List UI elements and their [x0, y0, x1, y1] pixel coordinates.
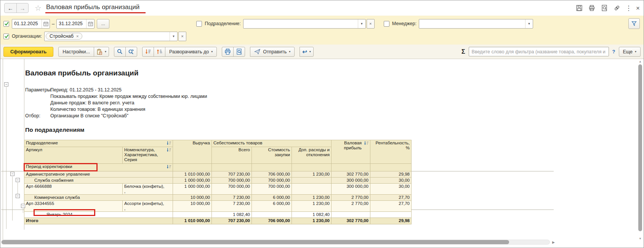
expand-to-button[interactable]: Разворачивать до ▾: [165, 47, 217, 57]
organizations-checkbox[interactable]: [3, 34, 9, 39]
filter-settings-button[interactable]: [628, 18, 640, 29]
cell-extra[interactable]: 1 082,40: [292, 212, 332, 218]
favorite-star-icon[interactable]: ☆: [35, 4, 42, 12]
row-name[interactable]: Служба снабжения: [24, 178, 173, 184]
row-name[interactable]: Итого: [24, 218, 173, 224]
cell-gross[interactable]: 300 000,00: [332, 184, 370, 195]
back-button[interactable]: ←: [5, 3, 16, 13]
send-button[interactable]: Отправить ▾: [250, 47, 295, 57]
header-gross-profit[interactable]: Валовая прибыль: [332, 140, 370, 164]
cell-profitability[interactable]: [370, 212, 412, 218]
more-menu-icon[interactable]: ⋮: [625, 5, 632, 11]
cell-gross[interactable]: 302 770,00: [332, 218, 370, 224]
department-input[interactable]: [244, 19, 358, 28]
cell-revenue[interactable]: 1 000 000,00: [173, 184, 212, 195]
quick-filter-input[interactable]: [469, 47, 609, 56]
return-button[interactable]: ↩ ▾: [300, 47, 314, 57]
department-checkbox[interactable]: [196, 21, 202, 27]
row-name[interactable]: Административное управление: [24, 171, 173, 178]
row-name[interactable]: Январь 2024: [24, 212, 173, 218]
sort-icon[interactable]: [364, 141, 369, 147]
forward-button[interactable]: →: [16, 3, 28, 13]
collapse-group-button[interactable]: −: [10, 172, 14, 176]
header-purchase-cost[interactable]: Стоимость закупки: [252, 147, 292, 164]
report-variants-button[interactable]: ▾: [94, 47, 109, 57]
horizontal-scrollbar-thumb[interactable]: [2, 240, 509, 244]
chevron-down-icon[interactable]: ▾: [170, 32, 177, 41]
cell-gross[interactable]: 2 770,00: [332, 201, 370, 212]
row-article[interactable]: Арт-33344555: [24, 201, 123, 212]
print-preview-button[interactable]: [233, 47, 245, 57]
help-icon[interactable]: ?: [612, 49, 615, 54]
sum-sigma-icon[interactable]: Σ: [461, 48, 465, 55]
cell-purchase[interactable]: [252, 212, 292, 218]
collapse-group-button[interactable]: −: [16, 194, 20, 198]
settings-button[interactable]: Настройки...: [58, 47, 94, 57]
period-options-button[interactable]: ...: [97, 19, 109, 29]
collapse-group-button[interactable]: −: [16, 178, 20, 182]
department-clear-button[interactable]: ×: [367, 19, 375, 29]
row-name[interactable]: Коммерческая служба: [24, 195, 173, 201]
manager-input[interactable]: [419, 19, 525, 28]
cell-purchase[interactable]: 706 000,00: [252, 171, 292, 178]
search-next-button[interactable]: [125, 47, 137, 57]
cell-revenue[interactable]: 10 000,00: [173, 201, 212, 212]
cell-gross[interactable]: 302 770,00: [332, 171, 370, 178]
cell-total[interactable]: 707 230,00: [212, 171, 252, 178]
preview-icon[interactable]: [600, 4, 609, 12]
table-row[interactable]: Арт-33344555 Ассорти (конфеты), , 10 000…: [24, 201, 412, 212]
save-icon[interactable]: [575, 4, 583, 12]
cell-total[interactable]: 700 000,00: [212, 178, 252, 184]
organizations-field[interactable]: Стройснаб × ▾: [44, 32, 178, 41]
cell-revenue[interactable]: [173, 212, 212, 218]
header-profitability[interactable]: Рентабельность, %: [370, 140, 412, 164]
cell-total[interactable]: 707 230,00: [212, 218, 252, 224]
header-article[interactable]: Артикул: [24, 147, 123, 164]
cell-purchase[interactable]: 6 000,00: [252, 201, 292, 212]
organizations-clear-button[interactable]: ×: [178, 32, 186, 41]
table-row[interactable]: Служба снабжения 1 000 000,00 700 000,00…: [24, 178, 412, 184]
table-row[interactable]: Январь 2024 1 082,40 1 082,40: [24, 212, 412, 218]
cell-total[interactable]: 7 230,00: [212, 201, 252, 212]
close-icon[interactable]: ×: [636, 5, 640, 11]
cell-gross[interactable]: [332, 212, 370, 218]
cell-extra[interactable]: 1 230,00: [292, 171, 332, 178]
cell-purchase[interactable]: 706 000,00: [252, 218, 292, 224]
total-row[interactable]: Итого 1 010 000,00 707 230,00 706 000,00…: [24, 218, 412, 224]
header-adjustment-period[interactable]: Период корректировки: [24, 164, 173, 171]
horizontal-scrollbar[interactable]: [1, 240, 550, 245]
cell-purchase[interactable]: 700 000,00: [252, 184, 292, 195]
cell-gross[interactable]: 2 770,00: [332, 195, 370, 201]
sort-icon[interactable]: [167, 165, 171, 170]
header-extra-costs[interactable]: Доп. расходы и отклонения: [292, 147, 332, 164]
scroll-down-icon[interactable]: ▼: [638, 237, 642, 240]
collapse-report-button[interactable]: −: [4, 82, 8, 86]
cell-purchase[interactable]: 6 000,00: [252, 195, 292, 201]
search-button[interactable]: [114, 47, 126, 57]
cell-profitability[interactable]: 30,00: [370, 178, 412, 184]
cell-purchase[interactable]: 700 000,00: [252, 178, 292, 184]
cell-revenue[interactable]: 1 010 000,00: [173, 218, 212, 224]
table-row[interactable]: Арт-6666888 Белочка (конфеты), , 1 000 0…: [24, 184, 412, 195]
tag-remove-icon[interactable]: ×: [76, 34, 78, 38]
header-revenue[interactable]: Выручка: [173, 140, 212, 164]
sort-icon[interactable]: [167, 141, 171, 147]
more-button[interactable]: Еще ▾: [619, 47, 641, 57]
cell-profitability[interactable]: 29,98: [370, 171, 412, 178]
table-row[interactable]: Коммерческая служба 10 000,00 7 230,00 6…: [24, 195, 412, 201]
cell-profitability[interactable]: 29,98: [370, 218, 412, 224]
cell-extra[interactable]: 1 230,00: [292, 201, 332, 212]
cell-total[interactable]: 7 230,00: [212, 195, 252, 201]
calendar-icon[interactable]: [86, 19, 94, 28]
collapse-rows-button[interactable]: [154, 47, 165, 57]
manager-checkbox[interactable]: [384, 21, 389, 27]
vertical-scrollbar[interactable]: ▲ ▼: [638, 60, 642, 240]
collapse-group-button[interactable]: −: [21, 204, 25, 208]
cell-profitability[interactable]: 27,70: [370, 195, 412, 201]
cell-profitability[interactable]: 27,70: [370, 201, 412, 212]
cell-revenue[interactable]: 1 010 000,00: [173, 171, 212, 178]
cell-extra[interactable]: [292, 178, 332, 184]
expand-rows-button[interactable]: [142, 47, 154, 57]
cell-extra[interactable]: [292, 184, 332, 195]
header-cost-group[interactable]: Себестоимость товаров: [212, 140, 332, 147]
